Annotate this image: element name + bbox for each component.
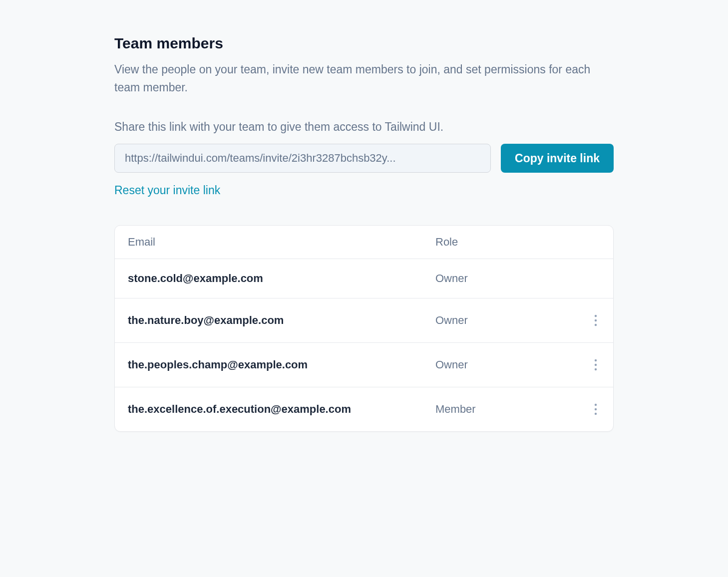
table-row: stone.cold@example.comOwner xyxy=(115,259,613,298)
reset-invite-link[interactable]: Reset your invite link xyxy=(114,184,220,197)
members-table: Email Role stone.cold@example.comOwnerth… xyxy=(114,225,614,432)
dots-vertical-icon xyxy=(594,403,597,415)
row-actions-button[interactable] xyxy=(591,311,600,329)
dots-vertical-icon xyxy=(594,359,597,371)
member-role: Owner xyxy=(435,314,575,327)
table-row: the.peoples.champ@example.comOwner xyxy=(115,343,613,387)
member-email: the.peoples.champ@example.com xyxy=(128,358,435,371)
column-header-email: Email xyxy=(128,236,435,249)
svg-point-5 xyxy=(595,368,597,370)
svg-point-3 xyxy=(595,359,597,361)
svg-point-0 xyxy=(595,315,597,317)
share-label: Share this link with your team to give t… xyxy=(114,120,614,134)
table-row: the.nature.boy@example.comOwner xyxy=(115,298,613,343)
page-description: View the people on your team, invite new… xyxy=(114,61,614,96)
member-email: the.nature.boy@example.com xyxy=(128,314,435,327)
member-role: Owner xyxy=(435,358,575,371)
svg-point-2 xyxy=(595,324,597,326)
row-actions-button[interactable] xyxy=(591,400,600,418)
member-actions xyxy=(575,311,600,329)
svg-point-8 xyxy=(595,413,597,415)
invite-row: Copy invite link xyxy=(114,144,614,173)
page-title: Team members xyxy=(114,35,614,52)
svg-point-7 xyxy=(595,408,597,410)
svg-point-6 xyxy=(595,404,597,406)
member-email: the.excellence.of.execution@example.com xyxy=(128,403,435,416)
table-row: the.excellence.of.execution@example.comM… xyxy=(115,387,613,431)
dots-vertical-icon xyxy=(594,314,597,326)
table-header: Email Role xyxy=(115,226,613,259)
svg-point-4 xyxy=(595,364,597,366)
column-header-role: Role xyxy=(435,236,575,249)
copy-invite-link-button[interactable]: Copy invite link xyxy=(501,144,614,173)
member-email: stone.cold@example.com xyxy=(128,272,435,285)
svg-point-1 xyxy=(595,319,597,321)
member-role: Owner xyxy=(435,272,575,285)
member-actions xyxy=(575,356,600,374)
row-actions-button[interactable] xyxy=(591,356,600,374)
member-actions xyxy=(575,400,600,418)
invite-link-input[interactable] xyxy=(114,144,491,173)
member-role: Member xyxy=(435,403,575,416)
